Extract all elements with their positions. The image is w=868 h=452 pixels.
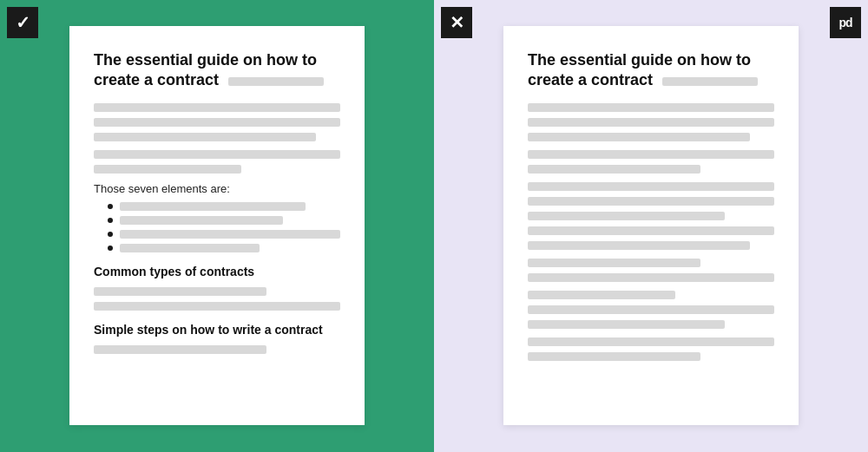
placeholder-line [528,320,725,329]
right-document: The essential guide on how to create a c… [503,26,799,425]
placeholder-line [528,259,700,267]
placeholder-line [528,103,774,112]
right-doc-title: The essential guide on how to create a c… [528,50,774,91]
placeholder-line [528,133,750,141]
bullet-placeholder [120,202,306,211]
bullet-item [108,244,340,252]
bullet-placeholder [120,230,340,239]
placeholder-line [94,302,340,311]
seven-elements-label: Those seven elements are: [94,182,340,195]
placeholder-line [528,305,774,314]
left-doc-title: The essential guide on how to create a c… [94,50,340,91]
placeholder-line [94,103,340,112]
placeholder-line [94,150,340,159]
bullet-item [108,202,340,211]
placeholder-line [94,345,266,354]
placeholder-line [528,212,725,220]
placeholder-line [528,226,774,235]
right-panel: ✕ pd The essential guide on how to creat… [434,0,868,452]
x-icon: ✕ [441,7,472,38]
placeholder-line [528,150,774,159]
bullet-dot [108,204,113,209]
placeholder-line [528,337,774,346]
placeholder-line [94,118,340,127]
left-document: The essential guide on how to create a c… [69,26,365,425]
pd-logo: pd [830,7,861,38]
bullet-placeholder [120,216,283,225]
placeholder-line [528,291,675,299]
placeholder-line [528,352,700,361]
placeholder-line [94,287,266,296]
placeholder-line [528,118,774,127]
placeholder-line [94,133,316,141]
placeholder-line [528,197,774,206]
bullet-list [108,202,340,252]
placeholder-line [528,165,700,174]
bullet-item [108,230,340,239]
title-placeholder [662,77,758,86]
bullet-dot [108,218,113,223]
placeholder-line [528,273,774,282]
bullet-dot [108,246,113,251]
placeholder-line [528,182,774,191]
bullet-placeholder [120,244,260,252]
check-icon: ✓ [7,7,38,38]
left-panel: ✓ The essential guide on how to create a… [0,0,434,452]
placeholder-line [94,165,241,174]
title-placeholder [228,77,324,86]
section2-heading: Simple steps on how to write a contract [94,323,340,337]
section1-heading: Common types of contracts [94,265,340,278]
bullet-dot [108,232,113,237]
placeholder-line [528,241,750,250]
bullet-item [108,216,340,225]
